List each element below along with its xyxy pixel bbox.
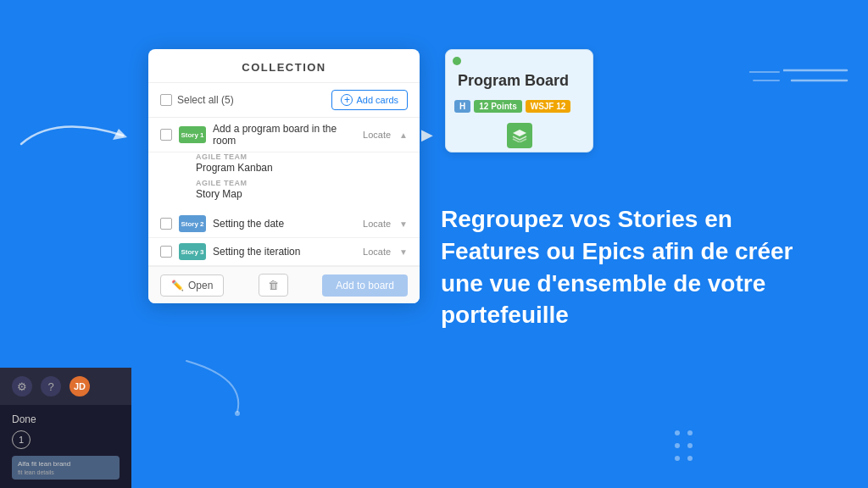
done-column: Done 1 Alfa fit lean brand fit lean deta… (0, 405, 131, 488)
story-1-checkbox[interactable] (160, 129, 172, 141)
done-card: Alfa fit lean brand fit lean details (12, 456, 120, 480)
tag-points: 12 Points (474, 100, 521, 113)
program-board-title: Program Board (446, 65, 593, 100)
program-board-tags: H 12 Points WSJF 12 (446, 100, 593, 123)
trash-icon: 🗑 (268, 279, 279, 291)
svg-point-8 (675, 443, 680, 448)
story-item-2: Story 2 Setting the date Locate ▼ (148, 210, 420, 238)
sub-value-1: Program Kanban (196, 162, 408, 174)
svg-marker-0 (113, 129, 127, 140)
story-2-text: Setting the date (213, 218, 356, 230)
done-count-badge: 1 (12, 430, 31, 449)
story-3-chevron-down[interactable]: ▼ (399, 247, 408, 257)
svg-point-11 (687, 456, 693, 461)
sub-value-2: Story Map (196, 188, 408, 200)
collection-footer: ✏️ Open 🗑 Add to board (148, 266, 420, 303)
plus-circle-icon: + (341, 94, 353, 106)
tag-wsjf: WSJF 12 (526, 100, 571, 113)
layers-icon (507, 123, 532, 148)
svg-point-6 (675, 430, 680, 435)
select-all-checkbox[interactable] (160, 94, 172, 106)
right-text-block: Regroupez vos Stories en Features ou Epi… (441, 203, 822, 331)
sub-item-1: Agile Team Program Kanban (196, 152, 408, 174)
story-2-badge: Story 2 (179, 215, 206, 232)
story-item-3: Story 3 Setting the iteration Locate ▼ (148, 238, 420, 266)
tag-h: H (454, 100, 470, 113)
select-all-label: Select all (5) (177, 94, 234, 106)
sub-item-2: Agile Team Story Map (196, 179, 408, 200)
collection-toolbar: Select all (5) + Add cards (148, 83, 420, 118)
story-3-checkbox[interactable] (160, 246, 172, 258)
add-cards-button[interactable]: + Add cards (331, 90, 408, 110)
svg-point-9 (687, 443, 693, 448)
story-1-expanded: Agile Team Program Kanban Agile Team Sto… (148, 152, 420, 210)
story-3-text: Setting the iteration (213, 246, 356, 258)
program-board-card: Program Board H 12 Points WSJF 12 (445, 49, 593, 152)
collection-title: COLLECTION (148, 49, 420, 83)
svg-point-3 (235, 411, 240, 416)
avatar[interactable]: JD (70, 376, 90, 396)
svg-point-10 (675, 456, 680, 461)
main-description: Regroupez vos Stories en Features ou Epi… (441, 203, 822, 331)
sidebar-strip: ⚙ ? JD Done 1 Alfa fit lean brand fit le… (0, 368, 131, 488)
question-icon[interactable]: ? (41, 376, 61, 396)
sidebar-topbar: ⚙ ? JD (0, 368, 131, 405)
select-all-row: Select all (5) (160, 94, 234, 106)
status-dot (453, 57, 461, 65)
story-1-badge: Story 1 (179, 126, 206, 143)
story-3-locate[interactable]: Locate (363, 247, 391, 257)
sub-label-2: Agile Team (196, 179, 408, 187)
gear-icon[interactable]: ⚙ (12, 376, 32, 396)
story-2-checkbox[interactable] (160, 218, 172, 230)
story-1-chevron-up[interactable]: ▲ (399, 130, 408, 140)
collection-panel: COLLECTION Select all (5) + Add cards St… (148, 49, 420, 303)
connector-arrow: ▶ (421, 125, 433, 144)
open-button[interactable]: ✏️ Open (160, 274, 224, 297)
done-label: Done (12, 413, 120, 425)
story-2-locate[interactable]: Locate (363, 219, 391, 229)
svg-point-7 (687, 430, 693, 435)
done-card-title: Alfa fit lean brand (18, 460, 114, 468)
add-to-board-button[interactable]: Add to board (322, 274, 408, 297)
story-item-1: Story 1 Add a program board in the room … (148, 118, 420, 152)
delete-button[interactable]: 🗑 (259, 274, 288, 297)
story-1-locate[interactable]: Locate (363, 130, 391, 140)
pencil-icon: ✏️ (171, 280, 184, 291)
done-card-sub: fit lean details (18, 469, 114, 475)
story-3-badge: Story 3 (179, 243, 206, 260)
story-1-text: Add a program board in the room (213, 123, 356, 147)
sub-label-1: Agile Team (196, 152, 408, 161)
story-2-chevron-down[interactable]: ▼ (399, 219, 408, 229)
